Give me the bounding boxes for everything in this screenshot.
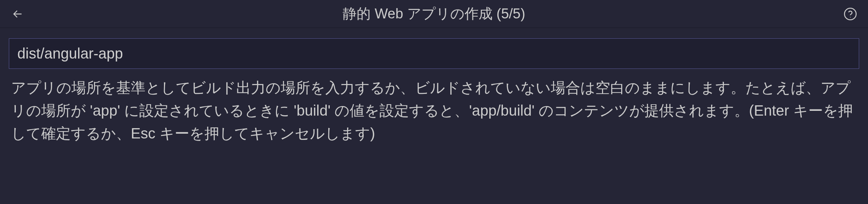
- input-wrapper: [9, 38, 859, 69]
- input-description: アプリの場所を基準としてビルド出力の場所を入力するか、ビルドされていない場合は空…: [9, 76, 859, 145]
- arrow-left-icon: [11, 7, 24, 21]
- header-bar: 静的 Web アプリの作成 (5/5): [0, 0, 868, 28]
- svg-point-0: [844, 8, 856, 20]
- help-icon: [843, 7, 857, 21]
- build-output-path-input[interactable]: [9, 38, 859, 69]
- quick-input-panel: 静的 Web アプリの作成 (5/5) アプリの場所を基準としてビルド出力の場所…: [0, 0, 868, 204]
- panel-body: アプリの場所を基準としてビルド出力の場所を入力するか、ビルドされていない場合は空…: [0, 28, 868, 155]
- svg-point-1: [850, 17, 851, 17]
- panel-title: 静的 Web アプリの作成 (5/5): [27, 4, 841, 23]
- back-button[interactable]: [9, 5, 27, 23]
- help-button[interactable]: [841, 5, 859, 23]
